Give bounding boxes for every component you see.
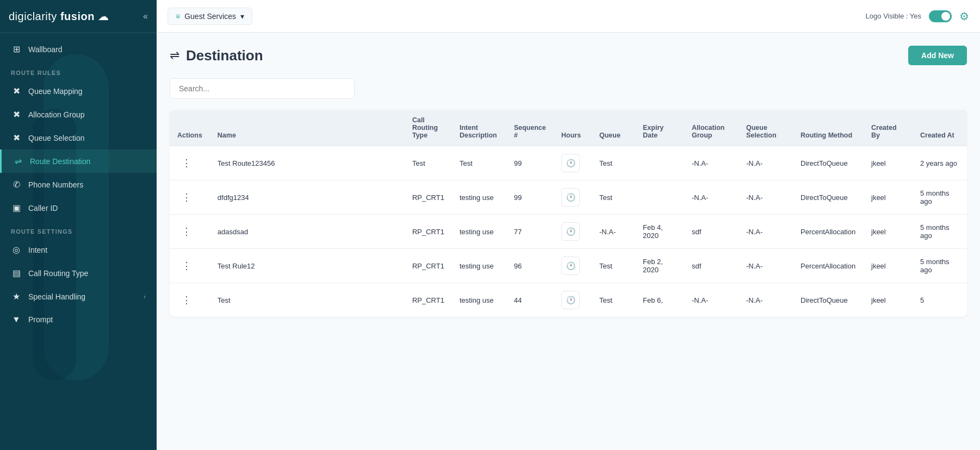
topbar: ≡ Guest Services ▾ Logo Visible : Yes ⚙ — [157, 0, 980, 33]
header-expiry-date: Expiry Date — [635, 110, 684, 146]
row-queue: Test — [592, 283, 635, 317]
row-hours-button[interactable]: 🕐 — [561, 188, 580, 207]
gear-icon[interactable]: ⚙ — [959, 10, 969, 23]
route-destination-icon: ⇌ — [13, 156, 23, 166]
row-hours-button[interactable]: 🕐 — [561, 257, 580, 275]
sidebar-item-phone-numbers[interactable]: ✆ Phone Numbers — [0, 173, 157, 196]
row-routing-method: DirectToQueue — [793, 146, 864, 180]
row-created-by: jkeel — [864, 146, 913, 180]
row-expiry-date: Feb 2, 2020 — [635, 249, 684, 283]
breadcrumb-label: Guest Services — [184, 12, 236, 21]
header-sequence: Sequence # — [506, 110, 554, 146]
row-created-at: 5 — [913, 283, 967, 317]
sidebar-item-queue-selection[interactable]: ✖ Queue Selection — [0, 126, 157, 149]
search-input[interactable] — [170, 78, 355, 99]
sidebar-item-label: Queue Mapping — [28, 87, 83, 96]
add-new-button[interactable]: Add New — [908, 46, 967, 65]
sidebar-item-label: Queue Selection — [28, 134, 85, 142]
row-actions-button[interactable]: ⋮ — [177, 259, 196, 273]
table-header-row: Actions Name Call Routing Type Intent De… — [170, 110, 967, 146]
header-queue: Queue — [592, 110, 635, 146]
row-call-routing-type: RP_CRT1 — [405, 215, 452, 249]
sidebar-item-label: Caller ID — [28, 204, 58, 212]
sidebar-item-prompt[interactable]: ▼ Prompt — [0, 308, 157, 331]
table-row: ⋮ Test RP_CRT1 testing use 44 🕐 Test Feb… — [170, 283, 967, 317]
row-hours-button[interactable]: 🕐 — [561, 154, 580, 172]
page-title-wrap: ⇌ Destination — [170, 47, 263, 64]
row-queue: Test — [592, 180, 635, 215]
breadcrumb-button[interactable]: ≡ Guest Services ▾ — [168, 8, 252, 25]
sidebar-item-label: Phone Numbers — [28, 180, 83, 189]
header-intent: Intent Description — [452, 110, 506, 146]
sidebar-item-label: Special Handling — [28, 292, 85, 301]
row-queue-selection: -N.A- — [739, 180, 793, 215]
table-row: ⋮ adasdsad RP_CRT1 testing use 77 🕐 -N.A… — [170, 215, 967, 249]
call-routing-type-icon: ▤ — [11, 268, 22, 278]
sidebar-nav: ⊞ Wallboard ROUTE RULES ✖ Queue Mapping … — [0, 33, 157, 450]
row-name: adasdsad — [210, 215, 405, 249]
row-call-routing-type: Test — [405, 146, 452, 180]
header-name: Name — [210, 110, 405, 146]
row-sequence: 44 — [506, 283, 554, 317]
row-intent-description: Test — [452, 146, 506, 180]
sidebar-item-allocation-group[interactable]: ✖ Allocation Group — [0, 103, 157, 126]
sidebar-item-wallboard[interactable]: ⊞ Wallboard — [0, 38, 157, 61]
sidebar-item-special-handling[interactable]: ★ Special Handling › — [0, 285, 157, 308]
caller-id-icon: ▣ — [11, 203, 22, 213]
row-queue: Test — [592, 249, 635, 283]
row-expiry-date: Feb 6, — [635, 283, 684, 317]
row-actions-button[interactable]: ⋮ — [177, 156, 196, 170]
sidebar-item-intent[interactable]: ◎ Intent — [0, 238, 157, 261]
page-title: Destination — [186, 47, 263, 64]
sidebar-item-label: Allocation Group — [28, 110, 85, 119]
row-queue-selection: -N.A- — [739, 283, 793, 317]
row-actions-button[interactable]: ⋮ — [177, 190, 196, 204]
route-rules-section: ROUTE RULES — [0, 61, 157, 79]
row-hours-button[interactable]: 🕐 — [561, 291, 580, 309]
page-title-icon: ⇌ — [170, 48, 179, 62]
row-name: dfdfg1234 — [210, 180, 405, 215]
header-allocation-group: Allocation Group — [684, 110, 739, 146]
row-hours-cell: 🕐 — [554, 215, 592, 249]
row-allocation-group: -N.A- — [684, 283, 739, 317]
row-actions-cell: ⋮ — [170, 249, 210, 283]
sidebar-item-call-routing-type[interactable]: ▤ Call Routing Type — [0, 261, 157, 285]
page-header: ⇌ Destination Add New — [170, 46, 967, 65]
row-created-by: jkeel — [864, 283, 913, 317]
special-handling-icon: ★ — [11, 291, 22, 302]
row-hours-cell: 🕐 — [554, 249, 592, 283]
phone-numbers-icon: ✆ — [11, 179, 22, 190]
sidebar-collapse-icon[interactable]: « — [143, 11, 148, 21]
row-allocation-group: sdf — [684, 249, 739, 283]
row-actions-cell: ⋮ — [170, 146, 210, 180]
sidebar-item-label: Route Destination — [30, 157, 90, 166]
row-routing-method: DirectToQueue — [793, 180, 864, 215]
row-queue: Test — [592, 146, 635, 180]
main-content: ⇌ Destination Add New Actions Name Call … — [157, 33, 980, 450]
row-actions-button[interactable]: ⋮ — [177, 224, 196, 239]
row-allocation-group: -N.A- — [684, 146, 739, 180]
row-actions-button[interactable]: ⋮ — [177, 293, 196, 307]
row-queue-selection: -N.A- — [739, 215, 793, 249]
row-call-routing-type: RP_CRT1 — [405, 249, 452, 283]
prompt-icon: ▼ — [11, 315, 22, 324]
sidebar-item-label: Prompt — [28, 315, 53, 324]
sidebar-header: digiclarity fusion ☁ « — [0, 0, 157, 33]
row-hours-button[interactable]: 🕐 — [561, 222, 580, 241]
logo-visible-toggle[interactable] — [929, 10, 952, 22]
sidebar-item-route-destination[interactable]: ⇌ Route Destination — [0, 149, 157, 173]
row-created-at: 5 months ago — [913, 180, 967, 215]
destinations-table: Actions Name Call Routing Type Intent De… — [170, 110, 967, 317]
row-actions-cell: ⋮ — [170, 283, 210, 317]
row-expiry-date — [635, 180, 684, 215]
logo-visible-label: Logo Visible : Yes — [866, 12, 921, 20]
header-hours: Hours — [554, 110, 592, 146]
header-routing-method: Routing Method — [793, 110, 864, 146]
sidebar-item-queue-mapping[interactable]: ✖ Queue Mapping — [0, 79, 157, 103]
breadcrumb-icon: ≡ — [176, 12, 180, 21]
row-created-at: 2 years ago — [913, 146, 967, 180]
sidebar-item-caller-id[interactable]: ▣ Caller ID — [0, 196, 157, 220]
row-expiry-date: Feb 4, 2020 — [635, 215, 684, 249]
row-routing-method: PercentAllocation — [793, 249, 864, 283]
intent-icon: ◎ — [11, 245, 22, 255]
